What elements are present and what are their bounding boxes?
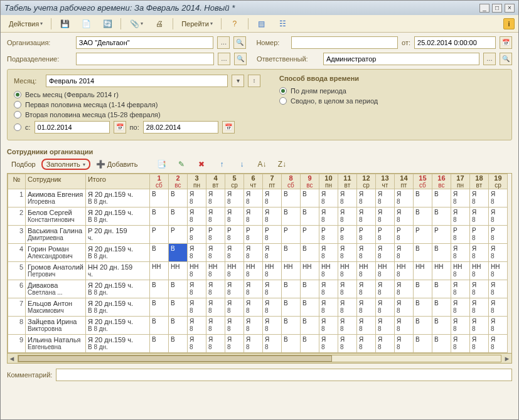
table-row[interactable]: 3Васькина ГалинаДмитриевнаР 20 дн. 159ч.… (8, 226, 508, 244)
main-toolbar: Действия ▾ 💾 📄 🔄 📎▾ 🖨 Перейти ▾ ? ▤ ☷ i (1, 15, 518, 33)
radio-icon (279, 87, 287, 95)
org-search-button[interactable]: 🔍 (233, 36, 246, 49)
employees-section-title: Сотрудники организации (1, 144, 518, 155)
calendar-icon[interactable]: 📅 (500, 36, 512, 49)
horizontal-scrollbar[interactable]: ◄ ► (8, 353, 511, 363)
month-field[interactable] (46, 75, 228, 87)
dept-label: Подразделение: (7, 55, 72, 63)
print-icon[interactable]: 🖨 (150, 17, 169, 31)
radio-icon (279, 97, 287, 105)
period-option-second[interactable]: Вторая половина месяца (15-28 февраля) (14, 111, 260, 118)
mode-daily-label: По дням периода (291, 87, 346, 95)
sort-desc-icon[interactable]: Z↓ (272, 157, 291, 171)
resp-label: Ответственный: (257, 55, 319, 63)
table-row[interactable]: 4Горин РоманАлександровичЯ 20 дн.159 ч.В… (8, 244, 508, 262)
info-badge[interactable]: i (503, 18, 515, 29)
resp-search-button[interactable]: 🔍 (500, 53, 512, 65)
org-select-button[interactable]: … (217, 36, 230, 49)
dept-field[interactable] (76, 53, 214, 65)
chevron-down-icon: ▾ (83, 162, 85, 167)
actions-menu[interactable]: Действия ▾ (4, 18, 47, 29)
table-row[interactable]: 6ДиваковаСветлана ...Я 20 дн.159 ч.В 8 д… (8, 280, 508, 298)
table-row[interactable]: 7Ельцов АнтонМаксимовичЯ 20 дн.159 ч.В 8… (8, 298, 508, 317)
copy-icon[interactable]: 📄 (77, 17, 95, 31)
to-field[interactable] (143, 121, 218, 134)
fill-button[interactable]: Заполнить ▾ (41, 159, 90, 170)
pick-button[interactable]: Подбор (7, 159, 40, 170)
move-up-icon[interactable]: ↑ (212, 157, 231, 171)
goto-label: Перейти (181, 20, 209, 28)
table-row[interactable]: 5Громов АнатолийПетровичНН 20 дн. 159ч.Н… (8, 262, 508, 280)
maximize-button[interactable]: □ (492, 4, 502, 13)
dept-select-button[interactable]: … (218, 53, 230, 65)
month-down-button[interactable]: ▾ (232, 75, 244, 87)
period-full-label: Весь месяц (Февраль 2014 г) (25, 91, 119, 98)
comment-label: Комментарий: (7, 371, 52, 379)
mode-option-summary[interactable]: Сводно, в целом за период (279, 97, 505, 105)
grid-toolbar: Подбор Заполнить ▾ ➕ Добавить 📑 ✎ ✖ ↑ ↓ … (1, 155, 518, 173)
report-icon[interactable]: ▤ (252, 17, 271, 31)
radio-icon (14, 123, 21, 131)
help-icon[interactable]: ? (225, 17, 244, 31)
move-down-icon[interactable]: ↓ (232, 157, 251, 171)
mode-summary-label: Сводно, в целом за период (291, 97, 378, 105)
close-button[interactable]: × (505, 4, 515, 13)
edit-row-icon[interactable]: ✎ (172, 157, 191, 171)
table-row[interactable]: 9Ильина НатальяЕвгеньевнаЯ 20 дн.159 ч.В… (8, 335, 508, 353)
to-label: по: (130, 123, 139, 131)
org-field[interactable] (76, 36, 214, 49)
timesheet-grid[interactable]: №СотрудникИтого1сб2вс3пн4вт5ср6чт7пт8сб9… (7, 173, 512, 364)
clone-row-icon[interactable]: 📑 (152, 157, 171, 171)
schedule-icon[interactable]: ☷ (274, 17, 292, 31)
add-icon: ➕ (96, 159, 106, 169)
table-row[interactable]: 1Акимова ЕвгенияИгоревнаЯ 20 дн.159 ч.В … (8, 189, 508, 207)
sort-asc-icon[interactable]: A↓ (252, 157, 271, 171)
calendar-icon[interactable]: 📅 (114, 121, 126, 134)
mode-option-daily[interactable]: По дням периода (279, 87, 505, 95)
add-button[interactable]: ➕ Добавить (92, 157, 142, 171)
resp-select-button[interactable]: … (483, 53, 496, 65)
reload-icon[interactable]: 🔄 (98, 17, 117, 31)
table-row[interactable]: 2Белов СергейКонстантиновичЯ 20 дн.159 ч… (8, 207, 508, 226)
comment-field[interactable] (56, 369, 512, 381)
save-icon[interactable]: 💾 (55, 17, 74, 31)
scroll-left-icon[interactable]: ◄ (8, 355, 16, 362)
chevron-down-icon: ▾ (210, 21, 213, 26)
window-buttons: _ □ × (479, 4, 515, 13)
actions-label: Действия (9, 20, 39, 28)
minimize-button[interactable]: _ (479, 4, 490, 13)
number-label: Номер: (256, 39, 287, 46)
from-field[interactable] (35, 121, 110, 134)
date-field[interactable] (414, 36, 496, 49)
month-label: Месяц: (14, 77, 42, 85)
chevron-down-icon: ▾ (40, 21, 43, 26)
scroll-right-icon[interactable]: ► (503, 355, 511, 362)
period-option-custom[interactable]: с: 📅 по: 📅 (14, 121, 260, 134)
period-panel: Месяц: ▾ ↕ Весь месяц (Февраль 2014 г) П… (7, 69, 512, 140)
number-field[interactable] (291, 36, 398, 49)
period-second-label: Вторая половина месяца (15-28 февраля) (25, 111, 161, 118)
radio-icon (14, 91, 21, 98)
date-label: от: (402, 39, 410, 46)
radio-icon (14, 101, 21, 108)
dept-search-button[interactable]: 🔍 (234, 53, 247, 65)
from-label: с: (25, 123, 31, 131)
window-title: Табель учета рабочего времени: За Феврал… (4, 3, 235, 13)
period-first-label: Первая половина месяца (1-14 февраля) (25, 101, 158, 108)
org-label: Организация: (7, 39, 72, 46)
radio-icon (14, 111, 21, 118)
resp-field[interactable] (323, 53, 479, 65)
header-form: Организация: … 🔍 Номер: от: 📅 Подразделе… (1, 33, 518, 65)
goto-menu[interactable]: Перейти ▾ (177, 18, 217, 29)
mode-title: Способ ввода времени (279, 75, 505, 82)
period-option-first[interactable]: Первая половина месяца (1-14 февраля) (14, 101, 260, 108)
attach-icon[interactable]: 📎▾ (125, 17, 147, 31)
calendar-icon[interactable]: 📅 (222, 121, 235, 134)
month-step-button[interactable]: ↕ (248, 75, 260, 87)
comment-row: Комментарий: (1, 364, 518, 381)
delete-row-icon[interactable]: ✖ (192, 157, 211, 171)
period-option-full[interactable]: Весь месяц (Февраль 2014 г) (14, 91, 260, 98)
titlebar: Табель учета рабочего времени: За Феврал… (1, 1, 518, 15)
table-row[interactable]: 8Зайцева ИринаВикторовнаЯ 20 дн.159 ч.В … (8, 317, 508, 335)
